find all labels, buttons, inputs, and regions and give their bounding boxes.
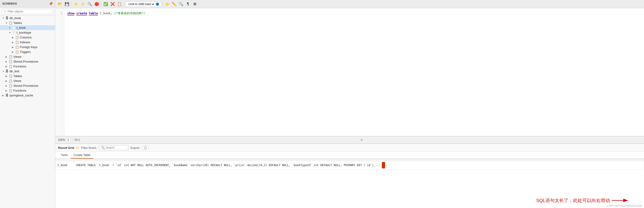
functions-icon: 📋 <box>9 65 12 68</box>
result-table-container: t_book CREATE TABLE `t_book` ( `id` int … <box>55 159 644 208</box>
triggers-label: Triggers <box>20 50 31 54</box>
limit-select[interactable]: Limit to 1000 rows No Limit Limit to 10 … <box>128 2 155 6</box>
sidebar-item-functions-book[interactable]: 📋 Functions <box>0 64 55 69</box>
keyword-table: table <box>89 11 98 15</box>
toolbar-separator-1 <box>72 2 72 6</box>
keyword-create: create <box>76 11 87 15</box>
tables-icon: 📋 <box>9 21 12 25</box>
stored-proc-icon: 📋 <box>9 84 12 87</box>
open-button[interactable]: 📂 <box>57 1 63 7</box>
search-box-container: 🔍 <box>99 145 129 150</box>
sidebar-item-indexes[interactable]: 📋 Indexes <box>0 40 55 45</box>
word-wrap-button[interactable]: ¶ <box>185 1 191 7</box>
export-button[interactable]: ⬜ <box>142 145 148 150</box>
zoom-stepper[interactable]: ▲ ▼ <box>66 138 70 142</box>
search-icon: 🔍 <box>101 146 105 149</box>
explain-button[interactable]: 🔍 <box>87 1 93 7</box>
settings-button[interactable]: ⚙ <box>192 1 198 7</box>
search-input[interactable] <box>106 146 126 149</box>
foreign-keys-label: Foreign Keys <box>20 45 38 49</box>
tables-icon: 📋 <box>9 74 12 78</box>
chevron-down-icon <box>2 70 6 72</box>
schema-icon: 🗄 <box>6 94 8 97</box>
zoom-control: 100% ▲ ▼ <box>58 138 70 142</box>
search-editor-button[interactable]: 🔍 <box>178 1 184 7</box>
views-label: Views <box>13 55 21 58</box>
sidebar-item-functions-test[interactable]: 📋 Functions <box>0 88 55 93</box>
sidebar-item-columns[interactable]: 📋 Columns <box>0 35 55 40</box>
db-test-label: db_test <box>10 69 19 73</box>
stored-proc-icon: 📋 <box>9 60 12 63</box>
sidebar-item-tables-book[interactable]: 📋 Tables <box>0 20 55 25</box>
filter-rows-icon: 🏷 <box>76 146 79 150</box>
filter-rows-label: Filter Rows: <box>81 146 97 150</box>
sidebar-item-tables-test[interactable]: 📋 Tables <box>0 74 55 78</box>
chevron-down-icon <box>6 22 9 24</box>
table-name-code: t_book; <box>100 11 112 15</box>
chevron-down-icon <box>9 31 12 34</box>
chevron-right-icon <box>6 60 9 63</box>
tables-label: Tables <box>13 21 22 25</box>
sidebar-item-triggers[interactable]: 📋 Triggers <box>0 49 55 54</box>
limit-select-container: Limit to 1000 rows No Limit Limit to 10 … <box>126 1 161 7</box>
zoom-value: 100% <box>58 138 65 142</box>
filter-objects-input[interactable] <box>2 9 53 14</box>
sidebar-item-foreign-keys[interactable]: 📋 Foreign Keys <box>0 45 55 49</box>
scroll-indicator <box>82 139 641 141</box>
save-button[interactable]: 💾 <box>64 1 70 7</box>
chevron-right-icon <box>6 80 9 82</box>
sidebar: SCHEMAS 📌 🗄 db_book 📋 Tables 📄 <box>0 0 55 208</box>
col-header-1 <box>56 159 74 161</box>
rollback-button[interactable]: ❌ <box>110 1 116 7</box>
sidebar-item-t-book[interactable]: 📄 t_book <box>0 25 55 30</box>
sidebar-item-views-book[interactable]: 📋 Views <box>0 54 55 59</box>
tab-table-label: Table <box>61 153 68 157</box>
functions-test-label: Functions <box>13 89 26 92</box>
sidebar-item-db-book[interactable]: 🗄 db_book <box>0 16 55 20</box>
bookmark-button[interactable]: ⭐ <box>164 1 170 7</box>
chevron-right-icon <box>12 36 15 39</box>
table-icon: 📄 <box>12 31 16 34</box>
indexes-icon: 📋 <box>15 40 19 44</box>
history-button[interactable]: 📋 <box>116 1 122 7</box>
sidebar-item-stored-proc-book[interactable]: 📋 Stored Procedures <box>0 59 55 64</box>
results-panel: Result Grid 🏷 Filter Rows: 🔍 Export: ⬜ T… <box>55 144 644 208</box>
tab-create-table[interactable]: Create Table <box>71 152 93 159</box>
code-area[interactable]: show create table t_book; /*查看表的详细结构*/ <box>64 8 644 136</box>
sidebar-item-views-test[interactable]: 📋 Views <box>0 78 55 83</box>
views-icon: 📋 <box>9 79 12 83</box>
results-toolbar: Result Grid 🏷 Filter Rows: 🔍 Export: ⬜ <box>55 144 644 152</box>
scroll-dot <box>361 139 362 141</box>
commit-button[interactable]: ✅ <box>103 1 109 7</box>
export-label: Export: <box>130 146 140 150</box>
chevron-right-icon <box>6 55 9 58</box>
scrollbar-handle[interactable] <box>382 162 385 169</box>
stop-button[interactable]: 🛑 <box>94 1 100 7</box>
limit-dropdown-icon: 🔵 <box>156 2 159 6</box>
tab-table[interactable]: Table <box>58 152 71 159</box>
schema-icon: 🗄 <box>6 16 8 20</box>
chevron-right-icon <box>12 51 15 53</box>
stored-proc-test-label: Stored Procedures <box>13 84 38 87</box>
execute-button[interactable]: ⚡ <box>73 1 79 7</box>
sidebar-item-stored-proc-test[interactable]: 📋 Stored Procedures <box>0 83 55 88</box>
sidebar-pin-icon[interactable]: 📌 <box>49 2 53 5</box>
springboot-cache-label: springboot_cache <box>10 94 33 97</box>
sidebar-title: SCHEMAS <box>2 2 17 5</box>
annotation-arrow-svg <box>612 197 630 204</box>
stored-proc-label: Stored Procedures <box>13 60 38 63</box>
chevron-down-icon <box>9 26 12 29</box>
views-test-label: Views <box>13 79 21 83</box>
cell-t-book-name: t_book <box>56 161 74 170</box>
watermark-text: CSDN @ChinaDragonDreamer <box>607 204 642 207</box>
main-area: 📂 💾 ⚡ ⚡ 🔍 🛑 ✅ ❌ 📋 Limit to 1000 rows No … <box>55 0 644 208</box>
chevron-right-icon <box>12 41 15 43</box>
result-tabs: Table Create Table <box>55 152 644 159</box>
code-line-1: show create table t_book; /*查看表的详细结构*/ <box>67 11 145 16</box>
execute-selected-button[interactable]: ⚡ <box>80 1 86 7</box>
columns-label: Columns <box>20 36 32 39</box>
sidebar-item-springboot-cache[interactable]: 🗄 springboot_cache <box>0 93 55 98</box>
format-button[interactable]: ✏️ <box>171 1 177 7</box>
sidebar-item-db-test[interactable]: 🗄 db_test <box>0 69 55 74</box>
sidebar-item-t-booktype[interactable]: 📄 t_booktype <box>0 30 55 35</box>
